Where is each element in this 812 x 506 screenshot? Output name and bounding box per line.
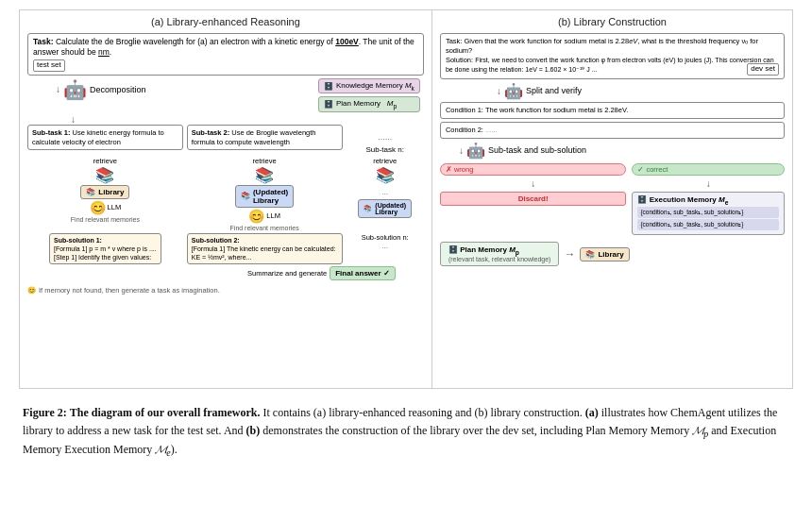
caption-text1: It contains (a) library-enhanced reasoni… xyxy=(263,406,585,419)
plan-icon: 🗄️ xyxy=(448,245,458,254)
library-box-2: 📚 (Updated)Library xyxy=(235,185,294,208)
split-verify-label: Split and verify xyxy=(526,86,582,95)
subtask1-box: Sub-task 1: Use kinetic energy formula t… xyxy=(27,125,183,151)
subtask-subsolution-label: Sub-task and sub-solution xyxy=(488,145,586,155)
right-lib-label: Library xyxy=(598,250,623,259)
condition1-label: Condition 1: xyxy=(446,106,483,114)
memory-boxes: 🗄️ Knowledge Memory Mk 🗄️ Plan Memory Mp xyxy=(318,78,420,112)
check-icon: ✓ xyxy=(383,269,390,278)
plan-label: Plan Memory Mp xyxy=(460,245,519,254)
arrow-down-discard: ↓ xyxy=(440,178,627,189)
exec-memory-box: 🗄️ Execution Memory Me {condition₁, sub_… xyxy=(632,192,785,236)
llm-row-2: 😊 LLM xyxy=(248,209,280,224)
task-text-left: Calculate the de Broglie wavelength for … xyxy=(33,37,414,57)
subsol-col3: Sub-solution n: ··· xyxy=(347,233,424,252)
task-label-right: Task: xyxy=(446,37,463,45)
condition2-text: ...... xyxy=(485,126,498,134)
lib-label-2: (Updated)Library xyxy=(253,188,288,205)
library-box-3: 📚 (Updated)Library xyxy=(358,199,412,218)
llm-row-1: 😊 LLM xyxy=(90,200,122,215)
diagram-area: (a) Library-enhanced Reasoning Task: Cal… xyxy=(19,9,793,389)
exec-memory-title: 🗄️ Execution Memory Me xyxy=(637,195,779,206)
test-set-badge: test set xyxy=(33,59,65,72)
left-panel: (a) Library-enhanced Reasoning Task: Cal… xyxy=(20,10,432,388)
library-icon-3: 📚 xyxy=(376,166,395,184)
plan-memory-box-left: 🗄️ Plan Memory Mp xyxy=(318,96,420,112)
arrow-down-sv: ↓ xyxy=(497,86,501,96)
right-col-a: ✗ wrong ↓ Discard! xyxy=(440,163,627,206)
llm-label-1: LLM xyxy=(108,203,122,211)
subtask-subsolution-row: ↓ 🤖 Sub-task and sub-solution xyxy=(459,142,785,160)
exec-row-1: {condition₁, sub_task₁, sub_solution₁} xyxy=(637,207,779,218)
lib-label-1: Library xyxy=(98,188,124,196)
task-text-right: Given that the work function for sodium … xyxy=(446,37,758,55)
math-mp: 𝓜p xyxy=(692,424,708,437)
right-panel: (b) Library Construction Task: Given tha… xyxy=(432,10,792,388)
main-container: (a) Library-enhanced Reasoning Task: Cal… xyxy=(0,0,812,474)
right-col-b: ✓ correct ↓ 🗄️ Execution Memory Me {cond… xyxy=(632,163,785,239)
right-flow: ✗ wrong ↓ Discard! ✓ correct ↓ xyxy=(440,163,785,239)
retrieve-col2: retrieve 📚 xyxy=(187,157,343,184)
llm-label-2: LLM xyxy=(266,211,280,220)
library-box-1: 📚 Library xyxy=(80,185,129,199)
retrieve-col1: retrieve 📚 xyxy=(27,157,183,184)
correct-badge: ✓ correct xyxy=(632,163,785,176)
exec-row-2: {condition₁, sub_task₂, sub_solution₂} xyxy=(637,219,779,230)
exec-icon: 🗄️ xyxy=(637,195,647,204)
retrieve-col3: retrieve 📚 xyxy=(347,157,424,184)
subtaskn-col: ······ Sub-task n: xyxy=(347,125,424,154)
llm-smile-2: 😊 xyxy=(248,209,264,224)
subtask1-col: Sub-task 1: Use kinetic energy formula t… xyxy=(27,125,183,151)
left-panel-title: (a) Library-enhanced Reasoning xyxy=(27,16,424,27)
task-label-left: Task: xyxy=(33,37,54,46)
llm-icon-ss: 🤖 xyxy=(466,142,485,160)
subsol2-label: Sub-solution 2: xyxy=(192,237,240,244)
condition-box-1: Condition 1: The work function for sodiu… xyxy=(440,102,785,119)
retrieve-label-3: retrieve xyxy=(373,157,397,165)
subsolutions-row: Sub-solution 1: [Formula 1] p = m * v wh… xyxy=(27,233,424,264)
figure-label: Figure 2: xyxy=(23,406,67,419)
correct-icon: ✓ xyxy=(637,165,644,174)
subtaskn-dots: ······ xyxy=(378,125,392,144)
condition1-text: The work function for sodium metal is 2.… xyxy=(485,106,628,114)
lib-col3: ··· 📚 (Updated)Library xyxy=(347,185,424,218)
wrong-icon: ✗ xyxy=(446,165,452,174)
lib-dots: ··· xyxy=(381,185,388,198)
lib-label-3: (Updated)Library xyxy=(375,202,406,215)
caption-bold-a: (a) xyxy=(585,406,599,419)
wrong-badge: ✗ wrong xyxy=(440,163,627,176)
llm-icon-decomp: 🤖 xyxy=(63,78,87,101)
subtask2-box: Sub-task 2: Use de Broglie wavelength fo… xyxy=(187,125,343,151)
arrow-down-exec: ↓ xyxy=(632,178,785,189)
lib-col1: 📚 Library 😊 LLM Find relevant memories xyxy=(27,185,183,223)
subsol1-text: [Formula 1] p = m * v where p is ....[St… xyxy=(54,245,157,261)
knowledge-memory-label: Knowledge Memory Mk xyxy=(336,81,414,92)
subtasks-row: Sub-task 1: Use kinetic energy formula t… xyxy=(27,125,424,154)
find-mem-2: Find relevant memories xyxy=(230,225,299,231)
subsol-col1: Sub-solution 1: [Formula 1] p = m * v wh… xyxy=(27,233,183,264)
caption-area: Figure 2: The diagram of our overall fra… xyxy=(19,398,793,464)
subtask1-label: Sub-task 1: xyxy=(32,128,70,137)
smiley-icon: 😊 xyxy=(27,286,36,295)
subsol2-text: [Formula 1] The kinetic energy can be ca… xyxy=(192,245,338,261)
lib-icon-3: 📚 xyxy=(364,205,372,212)
plan-memory-title-right: 🗄️ Plan Memory Mp xyxy=(448,245,551,256)
retrieve-label-2: retrieve xyxy=(253,157,277,165)
discard-label: Discard! xyxy=(518,194,549,203)
summarize-row: Summarize and generate Final answer ✓ xyxy=(27,266,396,280)
library-icon-2: 📚 xyxy=(255,166,274,184)
plan-memory-label-left: Plan Memory Mp xyxy=(336,99,397,110)
arrow-down-1: ↓ xyxy=(56,84,60,94)
caption-bold: The diagram of our overall framework. xyxy=(70,406,261,419)
imagination-note: 😊 If memory not found, then generate a t… xyxy=(27,286,424,295)
discard-box: Discard! xyxy=(440,192,627,206)
retrieve-row: retrieve 📚 retrieve 📚 retrieve 📚 xyxy=(27,157,424,184)
condition2-label: Condition 2: xyxy=(446,126,483,134)
summarize-label: Summarize and generate xyxy=(247,269,327,278)
plan-memory-icon-left: 🗄️ xyxy=(324,100,333,109)
final-answer-label: Final answer xyxy=(335,269,381,278)
retrieve-label-1: retrieve xyxy=(93,157,117,165)
find-mem-1: Find relevant memories xyxy=(71,216,140,223)
plan-memory-box-right: 🗄️ Plan Memory Mp (relevant task, releva… xyxy=(440,242,560,266)
decomp-label: Decomposition xyxy=(90,85,146,94)
